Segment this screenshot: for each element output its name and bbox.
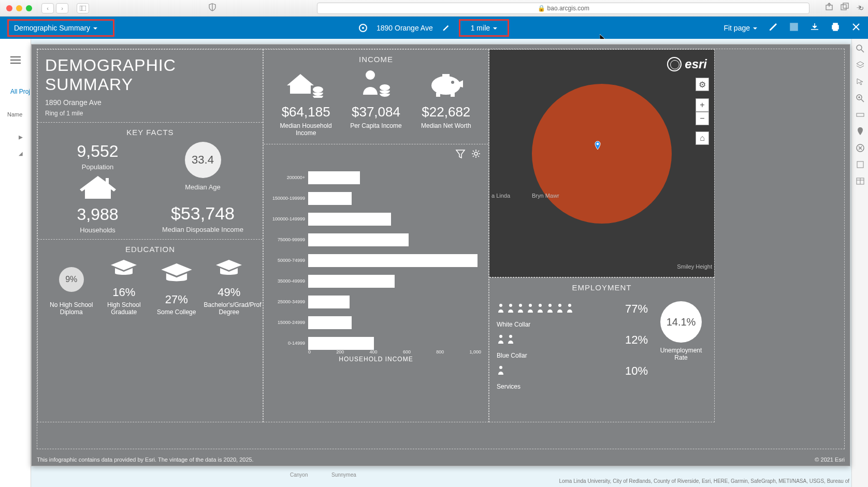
- select-icon[interactable]: [856, 77, 865, 86]
- infographic-panel: DEMOGRAPHIC SUMMARY 1890 Orange Ave Ring…: [31, 44, 850, 466]
- table-icon[interactable]: [856, 176, 865, 186]
- svg-point-40: [558, 304, 561, 307]
- url-text: bao.arcgis.com: [547, 5, 589, 12]
- svg-point-33: [597, 143, 599, 145]
- graduation-cap-icon: [215, 259, 243, 277]
- map-ring: [532, 84, 672, 224]
- map-label-2: Bryn Mawr: [532, 193, 559, 199]
- zoom-in-icon[interactable]: [856, 94, 865, 103]
- infographic-title: DEMOGRAPHIC SUMMARY: [45, 56, 255, 94]
- graduation-cap-icon: [110, 259, 138, 277]
- income-2-label: Median Net Worth: [412, 122, 480, 129]
- chart-row-label: 200000+: [271, 175, 308, 180]
- map[interactable]: a Linda Bryn Mawr Smiley Height: [489, 50, 714, 277]
- edit-icon[interactable]: [769, 22, 778, 33]
- clear-icon[interactable]: [856, 143, 865, 153]
- edu-0-label: No High School Diploma: [46, 301, 96, 316]
- close-button[interactable]: [851, 22, 861, 33]
- chart-row-label: 75000-99999: [271, 237, 308, 242]
- education-heading: EDUCATION: [45, 245, 255, 254]
- house-money-icon: [287, 69, 325, 98]
- browser-chrome: ‹ › 🔒 bao.arcgis.com ↻ +: [0, 0, 868, 17]
- open-external-icon[interactable]: [789, 22, 799, 33]
- income-2-value: $22,682: [412, 104, 480, 120]
- forward-button[interactable]: ›: [56, 3, 68, 13]
- left-column: DEMOGRAPHIC SUMMARY 1890 Orange Ave Ring…: [37, 49, 263, 422]
- edu-2-pct: 27%: [151, 293, 201, 306]
- edu-1-pct: 16%: [99, 286, 149, 299]
- fit-page-dropdown[interactable]: Fit page: [724, 24, 757, 32]
- svg-point-32: [474, 152, 478, 155]
- radius-dropdown[interactable]: 1 mile: [459, 19, 509, 37]
- white-collar-pct: 77%: [617, 302, 648, 316]
- person-icon: [507, 303, 515, 313]
- chart-bar: [308, 316, 352, 329]
- svg-point-39: [548, 304, 552, 307]
- bookmark-icon[interactable]: [856, 160, 865, 169]
- services-pct: 10%: [617, 364, 648, 378]
- layers-icon[interactable]: [856, 61, 865, 70]
- services-icons: [497, 365, 617, 377]
- left-rail: All Proj Name ▸ ◢: [0, 39, 31, 487]
- expand-row-2-icon[interactable]: ◢: [19, 151, 23, 156]
- close-window-button[interactable]: [6, 5, 12, 11]
- chart-settings-icon[interactable]: [471, 149, 481, 161]
- reload-icon[interactable]: ↻: [859, 5, 864, 12]
- median-age-label: Median Age: [150, 183, 255, 191]
- shield-icon[interactable]: [208, 3, 219, 13]
- all-projects-link[interactable]: All Proj: [10, 88, 30, 95]
- tabs-icon[interactable]: [841, 3, 849, 13]
- chart-row-label: 0-14999: [271, 341, 308, 346]
- sidebar-toggle-button[interactable]: [77, 3, 89, 13]
- filter-icon[interactable]: [455, 149, 466, 161]
- svg-rect-9: [833, 28, 837, 31]
- map-pin-icon: [593, 141, 602, 150]
- search-icon[interactable]: [856, 44, 865, 53]
- chart-bar: [308, 275, 395, 288]
- person-icon: [556, 303, 564, 313]
- svg-point-27: [431, 76, 460, 95]
- person-icon: [566, 303, 574, 313]
- chart-bar: [308, 337, 374, 350]
- svg-point-42: [499, 335, 502, 338]
- person-icon: [497, 365, 505, 375]
- person-icon: [497, 334, 505, 344]
- svg-point-44: [499, 366, 502, 369]
- edu-2-label: Some College: [151, 308, 201, 316]
- svg-point-36: [519, 304, 522, 307]
- pin-icon[interactable]: [856, 127, 865, 136]
- services-label: Services: [497, 383, 648, 390]
- chart-bar: [308, 192, 352, 205]
- address-bar[interactable]: 🔒 bao.arcgis.com ↻: [317, 3, 809, 14]
- svg-point-28: [451, 81, 454, 84]
- name-column-header: Name: [7, 111, 22, 117]
- print-icon[interactable]: [831, 22, 840, 33]
- maximize-window-button[interactable]: [26, 5, 32, 11]
- measure-icon[interactable]: [856, 110, 865, 120]
- edit-location-button[interactable]: [442, 24, 450, 32]
- expand-row-1-icon[interactable]: ▸: [19, 132, 23, 142]
- app-toolbar: Demographic Summary 1890 Orange Ave 1 mi…: [0, 17, 868, 39]
- edu-3-pct: 49%: [204, 286, 254, 299]
- map-label-1: a Linda: [491, 193, 510, 199]
- chart-row-label: 15000-24999: [271, 320, 308, 325]
- background-map-label-2: Canyon: [290, 472, 308, 478]
- infographic-address: 1890 Orange Ave: [45, 98, 255, 107]
- window-controls: [6, 5, 32, 11]
- svg-point-37: [529, 304, 532, 307]
- report-type-dropdown[interactable]: Demographic Summary: [7, 19, 114, 37]
- svg-point-34: [499, 304, 502, 307]
- svg-point-41: [568, 304, 571, 307]
- app-background: All Proj Name ▸ ◢ Sunnymea Canyon Loma L…: [0, 39, 868, 487]
- key-facts-heading: KEY FACTS: [45, 128, 255, 137]
- export-icon[interactable]: [810, 22, 819, 33]
- chart-x-axis: 02004006008001,000: [308, 349, 481, 355]
- hamburger-icon[interactable]: [10, 54, 21, 66]
- unemployment-label: Unemployment Rate: [655, 347, 707, 361]
- share-icon[interactable]: [825, 3, 833, 13]
- population-label: Population: [45, 163, 150, 171]
- chart-title: HOUSEHOLD INCOME: [264, 356, 488, 363]
- svg-rect-8: [833, 23, 837, 25]
- back-button[interactable]: ‹: [41, 3, 54, 13]
- minimize-window-button[interactable]: [16, 5, 22, 11]
